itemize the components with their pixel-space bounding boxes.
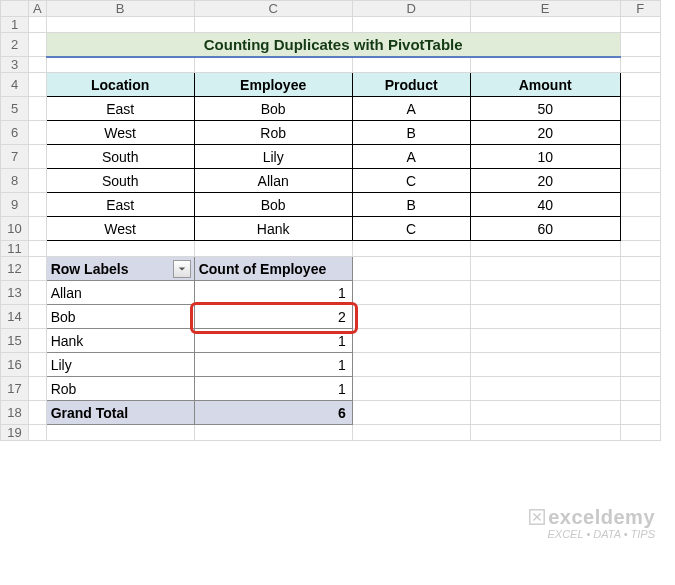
row-header-7[interactable]: 7 xyxy=(1,145,29,169)
pivot-row-label[interactable]: Allan xyxy=(46,281,194,305)
cell[interactable]: 10 xyxy=(470,145,620,169)
row-header-4[interactable]: 4 xyxy=(1,73,29,97)
cell[interactable]: East xyxy=(46,97,194,121)
pivot-row-label[interactable]: Lily xyxy=(46,353,194,377)
row-header-11[interactable]: 11 xyxy=(1,241,29,257)
col-product: Product xyxy=(352,73,470,97)
row-header-2[interactable]: 2 xyxy=(1,33,29,57)
watermark-tagline: EXCEL • DATA • TIPS xyxy=(528,528,655,540)
cell[interactable]: South xyxy=(46,145,194,169)
cell[interactable]: Hank xyxy=(194,217,352,241)
cell[interactable]: East xyxy=(46,193,194,217)
row-header-16[interactable]: 16 xyxy=(1,353,29,377)
cell[interactable]: A xyxy=(352,97,470,121)
cell[interactable]: West xyxy=(46,121,194,145)
cell[interactable]: B xyxy=(352,193,470,217)
cell[interactable]: South xyxy=(46,169,194,193)
cell[interactable]: Rob xyxy=(194,121,352,145)
cell[interactable]: 50 xyxy=(470,97,620,121)
col-header-C[interactable]: C xyxy=(194,1,352,17)
row-header-19[interactable]: 19 xyxy=(1,425,29,441)
pivot-count-header: Count of Employee xyxy=(194,257,352,281)
watermark-brand: exceldemy xyxy=(548,506,655,528)
pivot-row-count[interactable]: 1 xyxy=(194,377,352,401)
pivot-row-count-highlighted[interactable]: 2 xyxy=(194,305,352,329)
row-header-13[interactable]: 13 xyxy=(1,281,29,305)
cell[interactable]: West xyxy=(46,217,194,241)
pivot-row-label[interactable]: Hank xyxy=(46,329,194,353)
row-header-15[interactable]: 15 xyxy=(1,329,29,353)
cell[interactable]: Bob xyxy=(194,193,352,217)
watermark: exceldemy EXCEL • DATA • TIPS xyxy=(528,506,655,540)
row-header-1[interactable]: 1 xyxy=(1,17,29,33)
row-header-14[interactable]: 14 xyxy=(1,305,29,329)
cell[interactable]: B xyxy=(352,121,470,145)
pivot-filter-dropdown[interactable] xyxy=(173,260,191,278)
row-header-3[interactable]: 3 xyxy=(1,57,29,73)
cell[interactable]: A xyxy=(352,145,470,169)
cell[interactable]: Allan xyxy=(194,169,352,193)
page-title: Counting Duplicates with PivotTable xyxy=(46,33,620,57)
col-header-D[interactable]: D xyxy=(352,1,470,17)
cell[interactable]: Bob xyxy=(194,97,352,121)
cell[interactable]: 40 xyxy=(470,193,620,217)
spreadsheet-grid: A B C D E F 1 2 Counting Duplicates with… xyxy=(0,0,661,441)
pivot-row-label[interactable]: Bob xyxy=(46,305,194,329)
row-header-10[interactable]: 10 xyxy=(1,217,29,241)
cell[interactable]: 60 xyxy=(470,217,620,241)
pivot-rowlabels-header[interactable]: Row Labels xyxy=(46,257,194,281)
pivot-row-count[interactable]: 1 xyxy=(194,353,352,377)
pivot-row-label[interactable]: Rob xyxy=(46,377,194,401)
pivot-grand-total-value: 6 xyxy=(194,401,352,425)
col-amount: Amount xyxy=(470,73,620,97)
pivot-row-count[interactable]: 1 xyxy=(194,329,352,353)
col-header-A[interactable]: A xyxy=(29,1,47,17)
select-all-corner[interactable] xyxy=(1,1,29,17)
col-header-B[interactable]: B xyxy=(46,1,194,17)
cell[interactable]: C xyxy=(352,169,470,193)
row-header-18[interactable]: 18 xyxy=(1,401,29,425)
row-header-6[interactable]: 6 xyxy=(1,121,29,145)
row-header-9[interactable]: 9 xyxy=(1,193,29,217)
row-header-8[interactable]: 8 xyxy=(1,169,29,193)
cell[interactable]: C xyxy=(352,217,470,241)
cell[interactable]: 20 xyxy=(470,121,620,145)
col-header-E[interactable]: E xyxy=(470,1,620,17)
row-header-17[interactable]: 17 xyxy=(1,377,29,401)
pivot-grand-total-label: Grand Total xyxy=(46,401,194,425)
col-location: Location xyxy=(46,73,194,97)
pivot-rowlabels-text: Row Labels xyxy=(51,261,129,277)
chevron-down-icon xyxy=(178,265,186,273)
pivot-row-count[interactable]: 1 xyxy=(194,281,352,305)
col-header-F[interactable]: F xyxy=(620,1,660,17)
cell[interactable]: 20 xyxy=(470,169,620,193)
logo-icon xyxy=(528,508,546,526)
row-header-12[interactable]: 12 xyxy=(1,257,29,281)
col-employee: Employee xyxy=(194,73,352,97)
cell[interactable]: Lily xyxy=(194,145,352,169)
row-header-5[interactable]: 5 xyxy=(1,97,29,121)
